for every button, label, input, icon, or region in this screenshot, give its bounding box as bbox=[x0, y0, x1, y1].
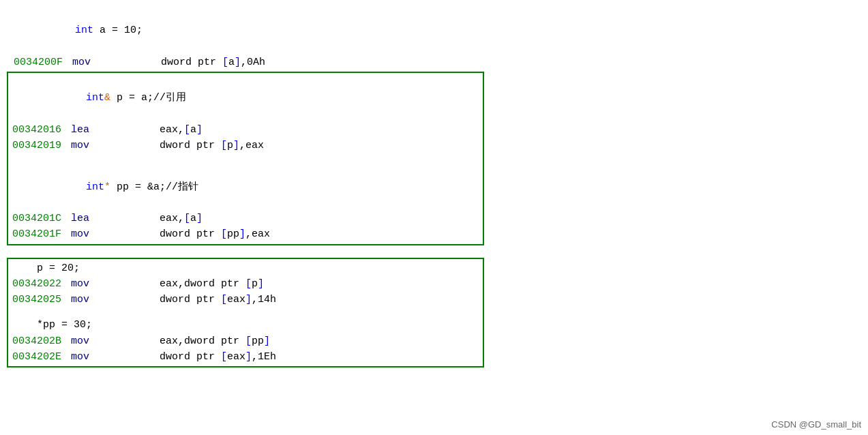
code-area: int a = 10; 0034200F mov dword ptr [a],0… bbox=[0, 0, 868, 376]
operand-mov-1eh: dword ptr [eax],1Eh bbox=[160, 349, 276, 365]
asm-line-mov-pp: 0034201F mov dword ptr [pp],eax bbox=[12, 226, 479, 242]
source-code-p20: p = 20; bbox=[12, 260, 80, 276]
instruction-lea-2: lea bbox=[71, 211, 160, 226]
asm-line-lea-1: 00342016 lea eax,[a] bbox=[12, 122, 479, 138]
asm-line-mov-14h: 00342025 mov dword ptr [eax],14h bbox=[12, 292, 479, 308]
source-line-ptr: int* pp = &a;//指针 bbox=[12, 163, 479, 211]
address-7: 0034202B bbox=[12, 333, 67, 349]
address-4: 0034201F bbox=[12, 226, 67, 242]
assignment-box: p = 20; 00342022 mov eax,dword ptr [p] 0… bbox=[7, 258, 484, 368]
source-line-p20: p = 20; bbox=[12, 260, 479, 276]
address-1: 00342016 bbox=[12, 122, 67, 138]
source-code-text: int a = 10; bbox=[14, 7, 143, 55]
operand: dword ptr [a],0Ah bbox=[161, 55, 265, 70]
reference-box: int& p = a;//引用 00342016 lea eax,[a] 003… bbox=[7, 72, 484, 245]
instruction-mov-1eh: mov bbox=[71, 349, 160, 365]
operand-mov-eax-p: eax,dword ptr [p] bbox=[160, 276, 264, 292]
instruction-mov-eax-pp: mov bbox=[71, 333, 160, 349]
operand-mov-14h: dword ptr [eax],14h bbox=[160, 292, 276, 308]
asm-line-mov-eax-pp: 0034202B mov eax,dword ptr [pp] bbox=[12, 333, 479, 349]
operand-mov-pp: dword ptr [pp],eax bbox=[160, 226, 270, 242]
source-code-pp30: *pp = 30; bbox=[12, 317, 92, 333]
asm-line-mov-eax-p: 00342022 mov eax,dword ptr [p] bbox=[12, 276, 479, 292]
instruction-mov-pp: mov bbox=[71, 226, 160, 242]
source-code-ptr: int* pp = &a;//指针 bbox=[12, 163, 198, 211]
instruction: mov bbox=[72, 55, 161, 70]
address-5: 00342022 bbox=[12, 276, 67, 292]
gap-between-boxes bbox=[7, 247, 868, 256]
asm-line-mov-1eh: 0034202E mov dword ptr [eax],1Eh bbox=[12, 349, 479, 365]
operand-lea-2: eax,[a] bbox=[160, 211, 203, 226]
asm-line-mov-p: 00342019 mov dword ptr [p],eax bbox=[12, 138, 479, 153]
source-line-ref: int& p = a;//引用 bbox=[12, 74, 479, 122]
operand-mov-p: dword ptr [p],eax bbox=[160, 138, 264, 153]
instruction-lea-1: lea bbox=[71, 122, 160, 138]
operand-lea-1: eax,[a] bbox=[160, 122, 203, 138]
instruction-mov-eax-p: mov bbox=[71, 276, 160, 292]
asm-line-mov-a: 0034200F mov dword ptr [a],0Ah bbox=[7, 55, 868, 70]
asm-line-lea-2: 0034201C lea eax,[a] bbox=[12, 211, 479, 226]
instruction-mov-p: mov bbox=[71, 138, 160, 153]
instruction-mov-14h: mov bbox=[71, 292, 160, 308]
address-3: 0034201C bbox=[12, 211, 67, 226]
source-line-pp30: *pp = 30; bbox=[12, 317, 479, 333]
source-line-int-a: int a = 10; bbox=[7, 7, 868, 55]
address-2: 00342019 bbox=[12, 138, 67, 153]
source-code-ref: int& p = a;//引用 bbox=[12, 74, 186, 122]
address-8: 0034202E bbox=[12, 349, 67, 365]
operand-mov-eax-pp: eax,dword ptr [pp] bbox=[160, 333, 270, 349]
spacer-1 bbox=[12, 153, 479, 163]
address: 0034200F bbox=[14, 55, 68, 70]
spacer-2 bbox=[12, 308, 479, 317]
watermark: CSDN @GD_small_bit bbox=[771, 419, 861, 430]
address-6: 00342025 bbox=[12, 292, 67, 308]
